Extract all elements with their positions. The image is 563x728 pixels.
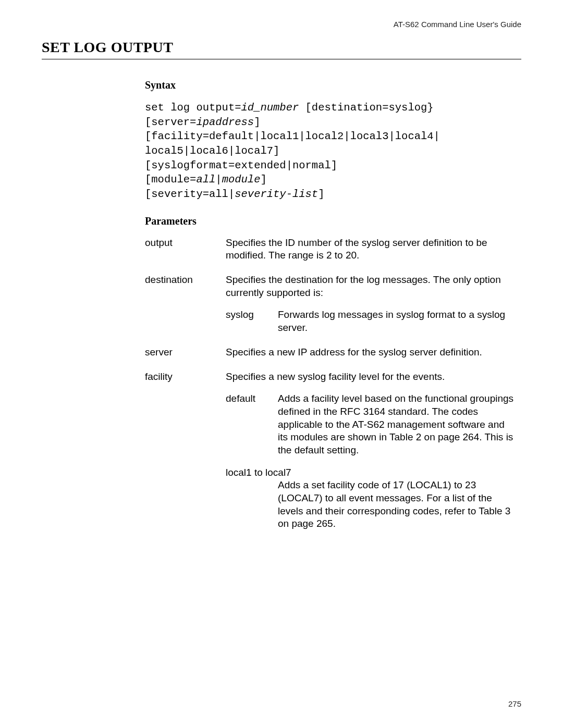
param-row-server: server Specifies a new IP address for th… bbox=[145, 346, 516, 359]
syntax-text: | bbox=[215, 174, 222, 186]
param-row-facility: facility Specifies a new syslog facility… bbox=[145, 371, 516, 531]
sub-row-syslog: syslog Forwards log messages in syslog f… bbox=[226, 309, 516, 334]
syntax-text: [module= bbox=[145, 174, 196, 186]
param-name: server bbox=[145, 346, 226, 359]
param-desc: Specifies the ID number of the syslog se… bbox=[226, 237, 516, 262]
syntax-var: module bbox=[222, 174, 261, 186]
parameters-table: output Specifies the ID number of the sy… bbox=[145, 237, 516, 530]
param-desc: Specifies a new IP address for the syslo… bbox=[226, 346, 516, 359]
parameters-heading: Parameters bbox=[145, 215, 516, 227]
sub-desc: Forwards log messages in syslog format t… bbox=[278, 309, 516, 334]
sub-name: local1 to local7 bbox=[226, 466, 516, 479]
syntax-text: [syslogformat=extended|normal] bbox=[145, 159, 337, 171]
content-block: Syntax set log output=id_number [destina… bbox=[145, 79, 516, 530]
syntax-var: id_number bbox=[241, 102, 299, 114]
sub-row-local: local1 to local7 Adds a set facility cod… bbox=[226, 466, 516, 530]
syntax-text: ] bbox=[254, 116, 260, 128]
param-desc-text: Specifies a new syslog facility level fo… bbox=[226, 371, 445, 382]
page: AT-S62 Command Line User's Guide SET LOG… bbox=[0, 0, 563, 728]
syntax-var: all bbox=[196, 174, 215, 186]
command-title: SET LOG OUTPUT bbox=[42, 39, 521, 59]
syntax-text: [severity=all| bbox=[145, 188, 235, 200]
param-row-output: output Specifies the ID number of the sy… bbox=[145, 237, 516, 262]
sub-name: default bbox=[226, 392, 278, 456]
syntax-heading: Syntax bbox=[145, 79, 516, 91]
param-desc: Specifies the destination for the log me… bbox=[226, 274, 516, 335]
sub-name: syslog bbox=[226, 309, 278, 334]
syntax-text: [destination=syslog} bbox=[299, 102, 433, 114]
param-desc: Specifies a new syslog facility level fo… bbox=[226, 371, 516, 531]
guide-header: AT-S62 Command Line User's Guide bbox=[42, 20, 521, 29]
param-row-destination: destination Specifies the destination fo… bbox=[145, 274, 516, 335]
param-name: destination bbox=[145, 274, 226, 335]
page-number: 275 bbox=[508, 699, 521, 708]
syntax-text: local5|local6|local7] bbox=[145, 145, 279, 157]
param-desc-text: Specifies the destination for the log me… bbox=[226, 274, 501, 298]
param-name: output bbox=[145, 237, 226, 262]
syntax-text: set log output= bbox=[145, 102, 241, 114]
syntax-text: ] bbox=[318, 188, 324, 200]
syntax-block: set log output=id_number [destination=sy… bbox=[145, 101, 516, 202]
sub-desc: Adds a facility level based on the funct… bbox=[278, 392, 516, 456]
syntax-text: [server= bbox=[145, 116, 196, 128]
sub-row-default: default Adds a facility level based on t… bbox=[226, 392, 516, 456]
syntax-var: ipaddress bbox=[196, 116, 254, 128]
param-name: facility bbox=[145, 371, 226, 531]
sub-desc: Adds a set facility code of 17 (LOCAL1) … bbox=[278, 479, 516, 530]
syntax-text: ] bbox=[260, 174, 266, 186]
syntax-text: [facility=default|local1|local2|local3|l… bbox=[145, 130, 440, 142]
syntax-var: severity-list bbox=[235, 188, 318, 200]
